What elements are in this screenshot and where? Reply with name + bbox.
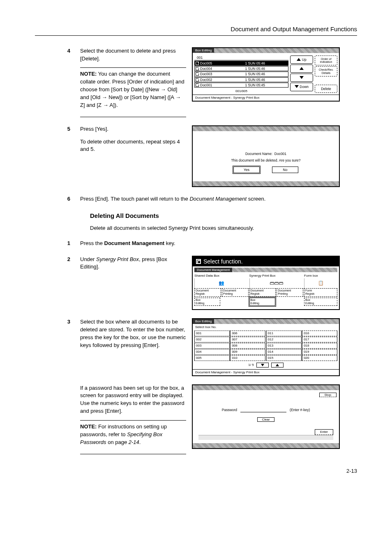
document-printing-button[interactable]: DocumentPrinting [222,288,249,297]
scroll-down-button[interactable] [290,74,313,82]
box-editing-button-selected[interactable]: BoxEditing [249,298,275,306]
box-cell[interactable]: 015 [266,355,302,361]
clear-button[interactable]: Clear [257,417,274,422]
paragraph: If a password has been set up for the bo… [80,384,186,415]
step-4: 4 Select the document to delete and pres… [35,47,357,117]
paragraph: Press [Yes]. [80,125,186,133]
synergy-print-box-icon: 🗃🗃🗃 [249,278,304,288]
box-cell[interactable]: 013 [266,343,302,349]
password-hint: (Enter #-key) [290,408,310,412]
check-rev-details-button[interactable]: Check/Rev. Details [315,66,337,76]
col-form-box: Form box [304,274,337,278]
document-row[interactable]: Doc0031 SUN 05:46 [194,72,288,76]
box-editing-button[interactable]: BoxEditing [194,298,220,306]
password-block: If a password has been set up for the bo… [35,384,357,454]
screen-tab: Box Editing [193,48,214,53]
document-row[interactable]: Doc0021 SUN 05:46 [194,77,288,82]
password-label: Password [222,408,237,412]
order-of-indication-button[interactable]: Order of indication [315,56,337,66]
step-text: If a password has been set up for the bo… [80,384,186,454]
box-cell[interactable]: 011 [266,331,302,336]
screen-select-box: Box Editing Select box No. 0010060110160… [192,318,340,376]
section-title: Deleting All Documents [90,211,357,220]
box-cell[interactable]: 005 [194,355,230,361]
box-number-label: 001 [194,56,288,60]
pager-label: 1/ 5 [248,363,254,367]
paragraph: Select the document to delete and press … [80,47,186,63]
screen-sub-tab: Document Management [194,268,232,272]
screen-title: Select function. [203,258,243,265]
box-cell[interactable]: 010 [230,355,265,361]
box-cell[interactable]: 006 [230,331,265,336]
enter-button[interactable]: Enter [315,429,333,435]
step-5: 5 Press [Yes]. To delete other documents… [35,125,357,187]
box-cell[interactable]: 008 [230,343,265,349]
password-input[interactable] [240,407,286,412]
box-cell[interactable]: 003 [194,343,230,349]
form-box-icon: 📋 [304,278,337,288]
document-name-value: Doc001 [274,152,286,156]
step-b1: 1 Press the Document Management key. [35,240,357,247]
box-cell[interactable]: 004 [194,349,230,355]
box-editing-button-3[interactable]: BoxEditing [304,298,337,306]
up-button[interactable]: Up [290,56,313,64]
scroll-up-button[interactable] [290,65,313,73]
box-cell[interactable]: 016 [302,331,337,336]
select-box-label: Select box No. [193,324,339,331]
step-number: 4 [35,47,80,117]
step-text: Press [Yes]. To delete other documents, … [80,125,186,187]
document-name-label: Document Name: [245,152,272,156]
note-block: NOTE: For instructions on setting up pas… [80,420,186,454]
confirm-message: This document will be deleted. Are you s… [197,158,335,162]
step-text: Select the box where all documents to be… [80,318,186,376]
stop-button[interactable]: Stop [319,393,337,398]
no-button[interactable]: No [272,166,298,173]
col-synergy-print-box: Synergy Print Box [249,274,304,278]
box-cell[interactable]: 019 [302,349,337,355]
step-text: Under Synergy Print Box, press [Box Edit… [80,256,186,310]
paragraph: Select the box where all documents to be… [80,318,186,349]
step-text: Press [End]. The touch panel will return… [80,195,357,203]
paragraph: To delete other documents, repeat steps … [80,138,186,154]
screen-tab: Box Editing [193,319,214,324]
screen-confirm-delete: Document Name: Doc001 This document will… [192,125,340,187]
step-number: 3 [35,318,80,376]
step-text: Select the document to delete and press … [80,47,186,117]
box-cell[interactable]: 017 [302,337,337,342]
box-cell[interactable]: 007 [230,337,265,342]
page-header: Document and Output Management Functions [35,25,357,36]
col-shared-data-box: Shared Data Box [194,274,249,278]
screen-password-entry: Stop Password (Enter #-key) Clear Enter [192,384,340,449]
yes-button[interactable]: Yes [233,166,260,173]
document-row[interactable]: Doc0041 SUN 05:46 [194,66,288,71]
document-row[interactable]: Doc0011 SUN 05:45 [194,83,288,88]
box-cell[interactable]: 001 [194,331,230,336]
step-6: 6 Press [End]. The touch panel will retu… [35,195,357,203]
box-cell[interactable]: 012 [266,337,302,342]
section-intro: Delete all documents in selected Synergy… [90,224,357,232]
page-up-button[interactable] [271,363,284,368]
box-cell[interactable]: 014 [266,349,302,355]
function-icon [196,259,201,264]
form-registr-button[interactable]: FormRegistr. [304,288,337,297]
box-cell[interactable]: 009 [230,349,265,355]
screen-box-editing-list: Box Editing 001 Doc0051 SUN 05:46Doc0041… [192,47,340,102]
step-number: 6 [35,195,80,203]
note-block: NOTE: You can change the document collat… [80,67,186,117]
box-cell[interactable]: 020 [302,355,337,361]
step-number: 5 [35,125,80,187]
down-button[interactable]: Down [290,83,313,91]
screen-breadcrumb: Document Management - Synergy Print Box [193,95,339,101]
paging-indicator: 001/005 [194,88,288,93]
document-registr-button[interactable]: DocumentRegistr. [194,288,221,297]
page-down-button[interactable] [256,363,269,368]
box-cell[interactable]: 002 [194,337,230,342]
document-printing-button-2[interactable]: DocumentPrinting [277,288,303,297]
screen-breadcrumb: Document Management - Synergy Print Box [193,369,339,375]
delete-button[interactable]: Delete [315,85,337,93]
box-cell[interactable]: 018 [302,343,337,349]
shared-data-box-icon: 👥 [194,278,249,288]
document-registr-button-2[interactable]: DocumentRegistr. [249,288,276,297]
page-number: 2-13 [35,467,357,475]
document-row[interactable]: Doc0051 SUN 05:46 [194,61,288,66]
